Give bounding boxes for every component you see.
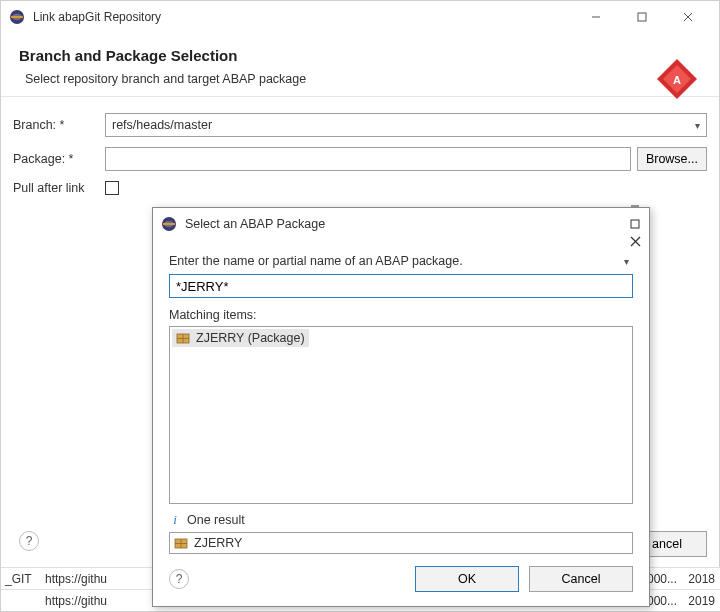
help-icon[interactable]: ? [169, 569, 189, 589]
page-subtitle: Select repository branch and target ABAP… [25, 72, 701, 86]
branch-row: Branch: * refs/heads/master ▾ [13, 113, 707, 137]
cell: 2019 [681, 594, 720, 608]
branch-label: Branch: * [13, 118, 105, 132]
close-button[interactable] [665, 2, 711, 32]
status-text: One result [187, 513, 245, 527]
help-icon[interactable]: ? [19, 531, 39, 551]
package-icon [174, 536, 188, 550]
maximize-button[interactable] [630, 215, 641, 233]
selected-label: ZJERRY [194, 536, 242, 550]
modal-footer: ? OK Cancel [153, 554, 649, 606]
select-package-dialog: Select an ABAP Package Enter the name or… [152, 207, 650, 607]
browse-button[interactable]: Browse... [637, 147, 707, 171]
status-row: i One result [169, 512, 633, 528]
svg-text:A: A [673, 74, 681, 86]
ok-button[interactable]: OK [415, 566, 519, 592]
results-list[interactable]: ZJERRY (Package) [169, 326, 633, 504]
page-title: Branch and Package Selection [19, 47, 701, 64]
parent-title: Link abapGit Repository [33, 10, 573, 24]
package-row: Package: * Browse... [13, 147, 707, 171]
minimize-button[interactable] [573, 2, 619, 32]
svg-rect-2 [11, 16, 23, 18]
list-item[interactable]: ZJERRY (Package) [172, 329, 309, 347]
package-input[interactable] [105, 147, 631, 171]
modal-titlebar: Select an ABAP Package [153, 208, 649, 240]
maximize-button[interactable] [619, 2, 665, 32]
pull-label: Pull after link [13, 181, 105, 195]
modal-title: Select an ABAP Package [185, 217, 630, 231]
pull-row: Pull after link [13, 181, 707, 195]
pull-checkbox[interactable] [105, 181, 119, 195]
window-buttons [573, 2, 711, 32]
search-input[interactable] [169, 274, 633, 298]
selected-box: ZJERRY [169, 532, 633, 554]
chevron-down-icon: ▾ [695, 120, 700, 131]
cancel-button[interactable]: Cancel [529, 566, 633, 592]
svg-rect-12 [163, 223, 175, 225]
result-label: ZJERRY (Package) [196, 331, 305, 345]
minimize-button[interactable] [630, 197, 641, 215]
package-label: Package: * [13, 152, 105, 166]
cell: 2018 [681, 572, 720, 586]
prompt-label: Enter the name or partial name of an ABA… [169, 254, 620, 268]
svg-rect-4 [638, 13, 646, 21]
matching-label: Matching items: [169, 308, 633, 322]
branch-select[interactable]: refs/heads/master ▾ [105, 113, 707, 137]
form-area: Branch: * refs/heads/master ▾ Package: *… [1, 97, 719, 221]
menu-dropdown-icon[interactable]: ▾ [620, 256, 633, 267]
branch-value: refs/heads/master [112, 118, 212, 132]
cell: _GIT [1, 572, 41, 586]
eclipse-icon [9, 9, 25, 25]
modal-buttons: OK Cancel [415, 566, 633, 592]
parent-titlebar: Link abapGit Repository [1, 1, 719, 33]
svg-rect-14 [631, 220, 639, 228]
wizard-header: Branch and Package Selection Select repo… [1, 33, 719, 97]
modal-body: Enter the name or partial name of an ABA… [153, 240, 649, 554]
package-icon [176, 331, 190, 345]
eclipse-icon [161, 216, 177, 232]
info-icon: i [169, 512, 181, 528]
prompt-row: Enter the name or partial name of an ABA… [169, 254, 633, 268]
abapgit-icon: A [653, 55, 701, 103]
